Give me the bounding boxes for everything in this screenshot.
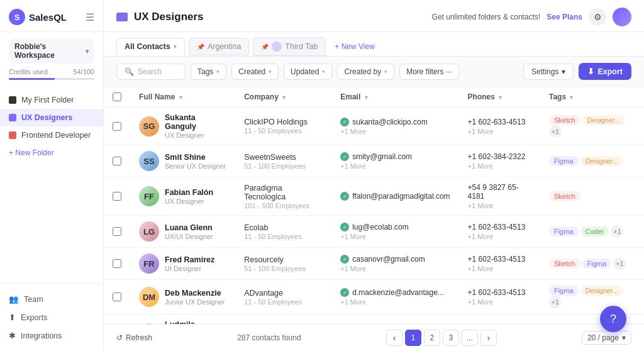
tags-cell: FigmaDesigner...+1 xyxy=(540,280,644,315)
fab-button[interactable]: ? xyxy=(600,306,626,332)
tab-argentina[interactable]: 📌 Argentina xyxy=(189,38,250,55)
tags-filter-button[interactable]: Tags ▾ xyxy=(191,64,226,80)
name-cell: FF Fabian Falón UX Designer xyxy=(130,177,235,216)
tag-plus: +1 xyxy=(611,225,623,238)
created-by-label: Created by xyxy=(344,67,381,76)
email-more: +1 More xyxy=(340,298,450,306)
phone-more: +1 More xyxy=(468,233,531,240)
table-body: SG Sukanta Ganguly UX Designer ClickIPO … xyxy=(104,108,644,325)
row-checkbox[interactable] xyxy=(113,157,121,165)
email-more: +1 More xyxy=(340,233,450,240)
contact-role: Senior UX Designer xyxy=(165,162,226,170)
company-name: SweetnSweets xyxy=(244,153,323,162)
folder-header-icon xyxy=(116,13,128,21)
workspace-name: Robbie's Workspace xyxy=(14,42,86,60)
contact-name: Sukanta Ganguly xyxy=(165,113,226,131)
contact-tag: Figma xyxy=(549,226,579,237)
row-checkbox[interactable] xyxy=(113,227,121,236)
refresh-icon: ↺ xyxy=(116,333,123,342)
name-cell: FR Fred Ramirez UI Designer xyxy=(130,248,235,280)
row-checkbox[interactable] xyxy=(113,122,121,131)
email-more: +1 More xyxy=(340,162,450,170)
next-page-button[interactable]: › xyxy=(480,330,497,346)
tags-cell: FigmaDesigner... xyxy=(540,315,644,325)
row-checkbox-cell xyxy=(104,145,130,177)
updated-filter-button[interactable]: Updated ▾ xyxy=(284,64,332,80)
created-filter-button[interactable]: Created ▾ xyxy=(231,64,279,80)
export-label: Export xyxy=(597,67,623,76)
phones-header[interactable]: Phones ▾ xyxy=(459,87,540,108)
select-all-checkbox[interactable] xyxy=(113,92,121,101)
tags-header[interactable]: Tags ▾ xyxy=(540,87,644,108)
phone-number: +1 602-633-4513 xyxy=(468,255,531,264)
sidebar-item-frontend-developer[interactable]: Frontend Developer xyxy=(0,126,103,144)
tab-all-contacts[interactable]: All Contacts ▾ xyxy=(116,38,185,55)
row-checkbox[interactable] xyxy=(113,292,121,301)
tab-avatar xyxy=(272,42,282,52)
name-cell: LH Ludmila Hermida UX Designer xyxy=(130,315,235,325)
table-row: SG Sukanta Ganguly UX Designer ClickIPO … xyxy=(104,108,644,145)
contact-avatar: FR xyxy=(139,254,159,274)
sidebar-item-exports[interactable]: ⬆ Exports xyxy=(9,308,94,326)
new-view-button[interactable]: + New View xyxy=(330,38,379,55)
email-verified-icon: ✓ xyxy=(340,118,349,126)
menu-icon[interactable]: ☰ xyxy=(86,11,94,23)
phone-more: +1 More xyxy=(468,128,531,135)
tag-plus: +1 xyxy=(549,296,562,308)
page-1-button[interactable]: 1 xyxy=(405,330,421,346)
see-plans-link[interactable]: See Plans xyxy=(547,13,582,21)
fullname-header[interactable]: Full Name ▾ xyxy=(130,87,235,108)
page-3-button[interactable]: 3 xyxy=(443,330,459,346)
search-icon: 🔍 xyxy=(125,67,134,76)
sidebar-item-label: My First Folder xyxy=(21,96,74,104)
new-view-label: + New View xyxy=(335,42,374,51)
row-checkbox[interactable] xyxy=(113,192,121,201)
tags-label: Tags xyxy=(197,67,213,76)
company-cell: Cabify 501 - 1001 Employees xyxy=(235,315,331,325)
company-cell: Resourcely 51 - 100 Employees xyxy=(235,248,331,280)
sidebar-item-label: UX Designers xyxy=(21,113,72,122)
row-checkbox-cell xyxy=(104,177,130,216)
company-name: Paradigma Tecnologica xyxy=(244,184,323,201)
tab-third-tab[interactable]: 📌 Third Tab xyxy=(253,37,326,56)
page-title: UX Designers xyxy=(134,11,204,23)
new-folder-button[interactable]: + New Folder xyxy=(0,144,103,162)
contact-avatar: FF xyxy=(139,186,159,206)
credits-row: Credits used 54/100 xyxy=(9,68,94,75)
prev-page-button[interactable]: ‹ xyxy=(386,330,402,346)
settings-icon-button[interactable]: ⚙ xyxy=(589,8,606,26)
integrations-icon: ✱ xyxy=(9,331,16,340)
email-header[interactable]: Email ▾ xyxy=(331,87,458,108)
search-button[interactable]: 🔍 Search xyxy=(116,64,186,80)
sidebar-item-integrations[interactable]: ✱ Integrations xyxy=(9,326,94,345)
sidebar-item-my-first-folder[interactable]: My First Folder xyxy=(0,91,103,109)
email-verified-icon: ✓ xyxy=(340,288,349,297)
sidebar-bottom: 👥 Team ⬆ Exports ✱ Integrations xyxy=(0,283,103,351)
per-page-selector[interactable]: 20 / page ▾ xyxy=(582,331,631,345)
company-header[interactable]: Company ▾ xyxy=(235,87,331,108)
email-cell: ✓ d.mackenzie@advantage... +1 More xyxy=(331,280,458,315)
updated-label: Updated xyxy=(291,67,319,76)
contact-role: Junior UX Designer xyxy=(165,298,225,306)
user-avatar[interactable] xyxy=(613,8,631,26)
page-2-button[interactable]: 2 xyxy=(424,330,440,346)
more-filters-button[interactable]: More filters ··· xyxy=(399,64,459,80)
phone-number: +1 602-384-2322 xyxy=(468,152,531,161)
phone-more: +1 More xyxy=(468,298,531,306)
sidebar-item-ux-designers[interactable]: UX Designers xyxy=(0,109,103,126)
phone-cell: +1 602-633-4513 +1 More xyxy=(459,216,540,248)
phone-number: +1 602-633-4513 xyxy=(468,223,531,231)
created-by-filter-button[interactable]: Created by ▾ xyxy=(337,64,394,80)
table-settings-button[interactable]: Settings ▾ xyxy=(523,64,574,80)
contact-role: UX/UI Designer xyxy=(165,233,213,240)
contact-role: UI Designer xyxy=(165,265,214,272)
workspace-selector[interactable]: Robbie's Workspace ▾ xyxy=(9,38,94,64)
contact-tag: Figma xyxy=(549,156,579,166)
export-button[interactable]: ⬇ Export xyxy=(579,63,631,80)
sidebar-item-team[interactable]: 👥 Team xyxy=(9,290,94,308)
table-row: LH Ludmila Hermida UX Designer Cabify 50… xyxy=(104,315,644,325)
header-left: UX Designers xyxy=(116,11,204,23)
refresh-button[interactable]: ↺ Refresh xyxy=(116,333,152,342)
contact-tag: Designer... xyxy=(582,115,626,125)
row-checkbox[interactable] xyxy=(113,259,121,268)
